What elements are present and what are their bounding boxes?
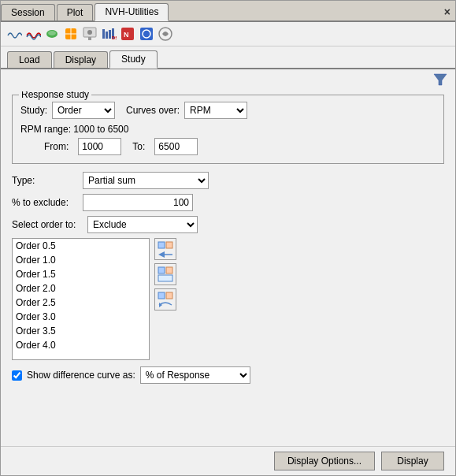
- main-window: Session Plot NVH-Utilities × DSA N: [0, 0, 456, 476]
- curves-over-select[interactable]: RPM Time Frequency: [184, 102, 247, 119]
- diff-row: Show difference curve as: % of Response …: [12, 366, 444, 384]
- group-label: Response study: [19, 91, 91, 100]
- tab-study[interactable]: Study: [109, 50, 158, 69]
- filter-row: [1, 69, 455, 91]
- list-item[interactable]: Order 3.0: [13, 310, 149, 324]
- svg-text:DSA: DSA: [112, 35, 117, 40]
- show-diff-label: Show difference curve as:: [27, 370, 135, 381]
- svg-point-1: [48, 31, 56, 35]
- study-row: Study: Order Frequency Time Curves over:…: [20, 102, 436, 119]
- svg-rect-27: [166, 292, 172, 299]
- filter-icon[interactable]: [433, 73, 447, 90]
- show-diff-checkbox[interactable]: [12, 370, 22, 381]
- select-order-label: Select order to:: [12, 219, 83, 230]
- toolbar-icon-6[interactable]: DSA: [100, 25, 117, 43]
- list-item[interactable]: Order 1.5: [13, 267, 149, 281]
- select-order-select[interactable]: Exclude Include: [87, 216, 198, 233]
- list-item[interactable]: Order 4.0: [13, 338, 149, 352]
- pct-row: % to exclude:: [12, 194, 444, 211]
- svg-point-6: [87, 30, 92, 35]
- svg-rect-26: [158, 292, 165, 299]
- list-item[interactable]: Order 1.0: [13, 253, 149, 267]
- type-select[interactable]: Partial sum Total sum None: [83, 172, 209, 189]
- bottom-button-row: Display Options... Display: [1, 446, 455, 475]
- toolbar-icon-1[interactable]: [6, 25, 23, 43]
- svg-rect-7: [88, 37, 91, 40]
- list-area: Order 0.5 Order 1.0 Order 1.5 Order 2.0 …: [12, 238, 444, 360]
- pct-input[interactable]: [83, 194, 193, 211]
- response-study-group: Response study Study: Order Frequency Ti…: [12, 95, 444, 164]
- svg-rect-8: [102, 29, 105, 39]
- to-input[interactable]: [154, 138, 198, 155]
- from-label: From:: [44, 141, 69, 152]
- toolbar-icon-2[interactable]: [24, 25, 42, 43]
- svg-marker-21: [158, 251, 165, 258]
- list-item[interactable]: Order 0.5: [13, 239, 149, 253]
- study-select[interactable]: Order Frequency Time: [52, 102, 115, 119]
- toolbar-icon-8[interactable]: [138, 25, 155, 43]
- svg-rect-19: [158, 242, 165, 248]
- svg-rect-23: [158, 267, 165, 273]
- svg-text:N: N: [124, 31, 129, 39]
- top-tab-bar: Session Plot NVH-Utilities ×: [1, 1, 455, 22]
- list-item[interactable]: Order 2.0: [13, 281, 149, 296]
- svg-rect-10: [109, 30, 111, 39]
- list-side-buttons: [154, 238, 176, 311]
- pct-label: % to exclude:: [12, 197, 83, 208]
- to-label: To:: [132, 141, 145, 152]
- type-label: Type:: [12, 175, 83, 186]
- rpm-range-label: RPM range: 1000 to 6500: [20, 124, 436, 135]
- tab-display[interactable]: Display: [54, 51, 108, 68]
- content-area: Response study Study: Order Frequency Ti…: [1, 91, 455, 446]
- svg-rect-25: [158, 275, 172, 281]
- svg-rect-9: [106, 32, 108, 39]
- toolbar-icon-3[interactable]: [43, 25, 61, 43]
- move-left-button[interactable]: [154, 263, 176, 285]
- toolbar-icon-9[interactable]: [157, 25, 174, 43]
- svg-marker-18: [434, 74, 447, 85]
- tab-nvh-utilities[interactable]: NVH-Utilities: [95, 3, 169, 21]
- tab-plot[interactable]: Plot: [57, 4, 94, 20]
- toolbar-icon-4[interactable]: [62, 25, 80, 43]
- toolbar-icon-5[interactable]: [81, 25, 98, 43]
- display-button[interactable]: Display: [381, 452, 444, 470]
- list-item[interactable]: Order 2.5: [13, 296, 149, 310]
- orders-list[interactable]: Order 0.5 Order 1.0 Order 1.5 Order 2.0 …: [12, 238, 150, 360]
- from-to-row: From: To:: [44, 138, 436, 155]
- toolbar-icon-7[interactable]: N: [119, 25, 136, 43]
- from-input[interactable]: [78, 138, 121, 155]
- sub-tab-bar: Load Display Study: [1, 46, 455, 69]
- select-order-row: Select order to: Exclude Include: [12, 216, 444, 233]
- tab-load[interactable]: Load: [7, 51, 52, 68]
- study-label: Study:: [20, 105, 47, 116]
- list-item[interactable]: Order 3.5: [13, 324, 149, 338]
- curves-over-label: Curves over:: [126, 105, 180, 116]
- close-button[interactable]: ×: [439, 6, 455, 18]
- tab-session[interactable]: Session: [1, 4, 55, 20]
- toolbar: DSA N: [1, 22, 455, 46]
- display-options-button[interactable]: Display Options...: [274, 452, 375, 470]
- reset-button[interactable]: [154, 288, 176, 311]
- move-right-button[interactable]: [154, 238, 176, 260]
- svg-rect-24: [166, 267, 172, 273]
- type-row: Type: Partial sum Total sum None: [12, 172, 444, 189]
- show-diff-select[interactable]: % of Response Absolute dB: [140, 366, 250, 384]
- svg-rect-20: [166, 242, 172, 248]
